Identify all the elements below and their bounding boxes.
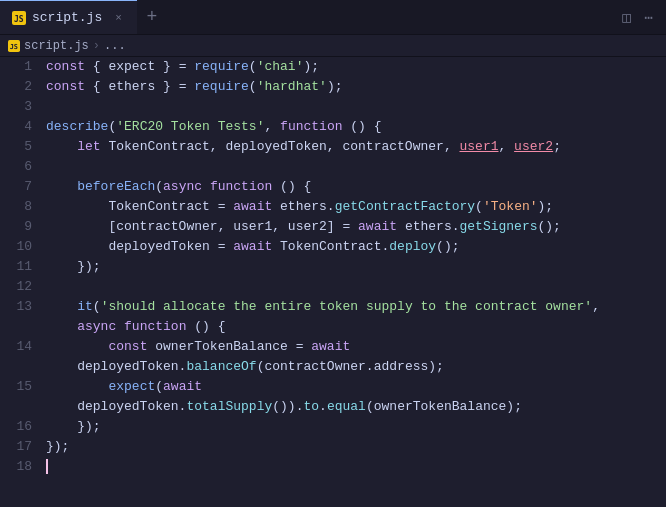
tab-bar: JS script.js × + ◫ ⋯ bbox=[0, 0, 666, 35]
code-line-16: }); bbox=[46, 417, 666, 437]
code-line-6 bbox=[46, 157, 666, 177]
line-number: 1 bbox=[0, 57, 32, 77]
code-line-12 bbox=[46, 277, 666, 297]
line-number: 10 bbox=[0, 237, 32, 257]
line-number: 15 bbox=[0, 377, 32, 397]
tab-script-js[interactable]: JS script.js × bbox=[0, 0, 137, 34]
breadcrumb-context: ... bbox=[104, 39, 126, 53]
code-line-13: it('should allocate the entire token sup… bbox=[46, 297, 666, 317]
code-line-15: expect(await bbox=[46, 377, 666, 397]
breadcrumb-separator: › bbox=[93, 39, 100, 53]
breadcrumb-file-icon: JS bbox=[8, 40, 20, 52]
tab-bar-actions: ◫ ⋯ bbox=[617, 7, 666, 28]
line-number: 14 bbox=[0, 337, 32, 357]
code-line-13b: async function () { bbox=[46, 317, 666, 337]
code-line-9: [contractOwner, user1, user2] = await et… bbox=[46, 217, 666, 237]
code-line-7: beforeEach(async function () { bbox=[46, 177, 666, 197]
line-number: 2 bbox=[0, 77, 32, 97]
line-number: 6 bbox=[0, 157, 32, 177]
code-line-15b: deployedToken.totalSupply()).to.equal(ow… bbox=[46, 397, 666, 417]
code-editor[interactable]: const { expect } = require('chai'); cons… bbox=[42, 57, 666, 507]
line-number: 8 bbox=[0, 197, 32, 217]
tab-filename: script.js bbox=[32, 10, 102, 25]
line-number bbox=[0, 357, 32, 377]
code-line-2: const { ethers } = require('hardhat'); bbox=[46, 77, 666, 97]
line-number: 13 bbox=[0, 297, 32, 317]
code-line-8: TokenContract = await ethers.getContract… bbox=[46, 197, 666, 217]
line-number: 9 bbox=[0, 217, 32, 237]
code-line-4: describe('ERC20 Token Tests', function (… bbox=[46, 117, 666, 137]
line-number: 4 bbox=[0, 117, 32, 137]
new-tab-button[interactable]: + bbox=[137, 0, 167, 34]
code-line-3 bbox=[46, 97, 666, 117]
code-line-10: deployedToken = await TokenContract.depl… bbox=[46, 237, 666, 257]
line-number bbox=[0, 317, 32, 337]
split-editor-icon[interactable]: ◫ bbox=[617, 7, 635, 28]
line-number: 7 bbox=[0, 177, 32, 197]
line-number: 3 bbox=[0, 97, 32, 117]
code-line-18 bbox=[46, 457, 666, 477]
line-number: 11 bbox=[0, 257, 32, 277]
tab-close-button[interactable]: × bbox=[112, 11, 125, 25]
code-line-14b: deployedToken.balanceOf(contractOwner.ad… bbox=[46, 357, 666, 377]
code-line-1: const { expect } = require('chai'); bbox=[46, 57, 666, 77]
text-cursor bbox=[46, 459, 48, 474]
breadcrumb: JS script.js › ... bbox=[0, 35, 666, 57]
svg-text:JS: JS bbox=[14, 15, 24, 24]
line-number bbox=[0, 397, 32, 417]
more-actions-icon[interactable]: ⋯ bbox=[640, 7, 658, 28]
editor: 1 2 3 4 5 6 7 8 9 10 11 12 13 14 15 16 1… bbox=[0, 57, 666, 507]
line-number: 17 bbox=[0, 437, 32, 457]
js-file-icon: JS bbox=[12, 11, 26, 25]
line-number: 18 bbox=[0, 457, 32, 477]
line-number: 16 bbox=[0, 417, 32, 437]
code-line-17: }); bbox=[46, 437, 666, 457]
code-line-14: const ownerTokenBalance = await bbox=[46, 337, 666, 357]
svg-text:JS: JS bbox=[10, 43, 18, 51]
code-line-5: let TokenContract, deployedToken, contra… bbox=[46, 137, 666, 157]
breadcrumb-filename: script.js bbox=[24, 39, 89, 53]
code-line-11: }); bbox=[46, 257, 666, 277]
line-number: 5 bbox=[0, 137, 32, 157]
line-number: 12 bbox=[0, 277, 32, 297]
line-numbers: 1 2 3 4 5 6 7 8 9 10 11 12 13 14 15 16 1… bbox=[0, 57, 42, 507]
